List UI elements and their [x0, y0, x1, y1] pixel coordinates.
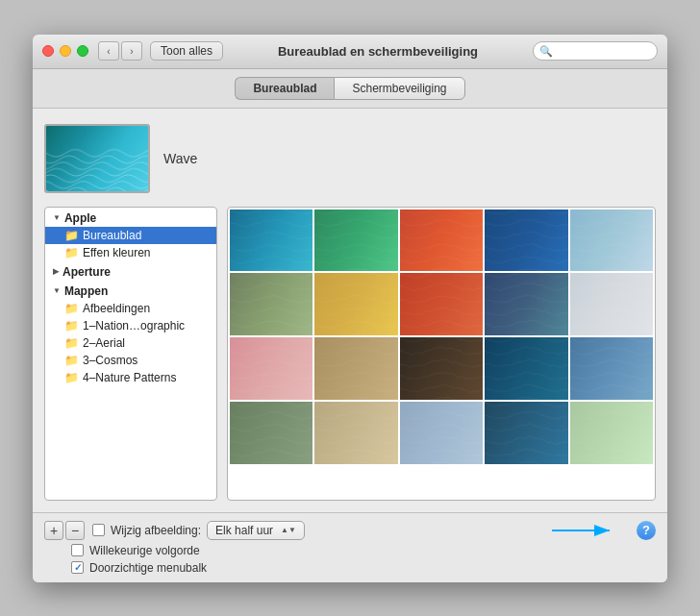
doorzichtig-row: Doorzichtige menubalk — [71, 561, 656, 575]
sidebar-item-apple[interactable]: ▼ Apple — [45, 208, 216, 227]
sidebar-item-national-geographic[interactable]: 📁 1–Nation…ographic — [45, 317, 216, 334]
triangle-icon: ▼ — [53, 286, 61, 295]
wallpaper-grid-item[interactable] — [485, 337, 567, 400]
folder-icon: 📁 — [64, 229, 79, 242]
wallpaper-grid-item[interactable] — [230, 337, 312, 400]
wallpaper-grid-item[interactable] — [230, 209, 312, 272]
wallpaper-grid-item[interactable] — [485, 273, 567, 335]
maximize-button[interactable] — [77, 45, 88, 57]
bottom-bar: + − Wijzig afbeelding: Elk half uur ▲▼ — [33, 512, 667, 582]
sidebar-label-afbeeldingen: Afbeeldingen — [83, 302, 150, 315]
sidebar: ▼ Apple 📁 Bureaublad 📁 Effen kleuren ▶ A… — [44, 207, 217, 501]
willekeurig-row: Willekeurige volgorde — [71, 544, 656, 557]
wallpaper-grid-item[interactable] — [400, 402, 483, 464]
search-box[interactable]: 🔍 — [533, 41, 658, 61]
wallpaper-grid-item[interactable] — [570, 209, 653, 272]
remove-button[interactable]: − — [65, 521, 85, 540]
main-content: Wave ▼ Apple 📁 Bureaublad 📁 Effen kleure… — [33, 109, 667, 512]
wallpaper-grid-item[interactable] — [570, 337, 653, 400]
wallpaper-grid-item[interactable] — [400, 337, 483, 400]
wallpaper-grid-item[interactable] — [314, 273, 397, 335]
nav-buttons: ‹ › — [98, 41, 142, 61]
sidebar-label-aerial: 2–Aerial — [83, 336, 125, 350]
wallpaper-name: Wave — [163, 151, 197, 166]
folder-icon: 📁 — [64, 336, 79, 350]
wallpaper-grid-item[interactable] — [570, 402, 653, 464]
folder-icon: 📁 — [64, 302, 79, 315]
wallpaper-grid-item[interactable] — [485, 402, 567, 464]
show-all-button[interactable]: Toon alles — [150, 41, 223, 61]
wallpaper-grid-item[interactable] — [400, 273, 483, 335]
wallpaper-grid — [228, 208, 655, 466]
dropdown-value: Elk half uur — [215, 524, 273, 537]
traffic-lights — [42, 45, 88, 57]
wallpaper-grid-item[interactable] — [485, 209, 567, 272]
willekeurig-checkbox[interactable] — [71, 544, 84, 556]
bottom-row-main: + − Wijzig afbeelding: Elk half uur ▲▼ — [44, 521, 656, 540]
wallpaper-grid-item[interactable] — [314, 337, 397, 400]
interval-dropdown[interactable]: Elk half uur ▲▼ — [207, 521, 305, 540]
preview-thumbnail — [44, 124, 150, 193]
content-panels: ▼ Apple 📁 Bureaublad 📁 Effen kleuren ▶ A… — [44, 207, 656, 501]
sidebar-item-bureaublad[interactable]: 📁 Bureaublad — [45, 227, 216, 244]
window-title: Bureaublad en schermbeveiliging — [223, 44, 533, 59]
sidebar-item-aperture[interactable]: ▶ Aperture — [45, 261, 216, 281]
close-button[interactable] — [42, 45, 54, 57]
dropdown-arrow-icon: ▲▼ — [281, 526, 296, 534]
nav-forward-button[interactable]: › — [121, 41, 142, 61]
wallpaper-grid-item[interactable] — [314, 402, 397, 464]
nav-back-button[interactable]: ‹ — [98, 41, 119, 61]
sidebar-item-mappen[interactable]: ▼ Mappen — [45, 281, 216, 300]
wijzig-label: Wijzig afbeelding: — [111, 524, 201, 537]
folder-icon: 📁 — [64, 246, 79, 259]
tab-schermbeveiliging[interactable]: Schermbeveiliging — [334, 77, 464, 100]
wallpaper-grid-container — [227, 207, 656, 501]
tab-bar: Bureaublad Schermbeveiliging — [33, 69, 667, 109]
wijzig-row: Wijzig afbeelding: Elk half uur ▲▼ — [92, 521, 305, 540]
willekeurig-label: Willekeurige volgorde — [89, 544, 200, 557]
search-icon: 🔍 — [539, 45, 553, 58]
wallpaper-grid-item[interactable] — [314, 209, 397, 272]
sidebar-item-nature-patterns[interactable]: 📁 4–Nature Patterns — [45, 369, 216, 386]
wallpaper-grid-item[interactable] — [230, 402, 312, 464]
sidebar-label-cosmos: 3–Cosmos — [83, 354, 138, 367]
triangle-icon: ▶ — [53, 267, 59, 276]
sidebar-item-afbeeldingen[interactable]: 📁 Afbeeldingen — [45, 300, 216, 317]
sidebar-item-effen-kleuren[interactable]: 📁 Effen kleuren — [45, 244, 216, 261]
minimize-button[interactable] — [60, 45, 71, 57]
sidebar-label-aperture: Aperture — [62, 265, 111, 279]
folder-icon: 📁 — [64, 354, 79, 367]
tab-bureaublad[interactable]: Bureaublad — [235, 77, 334, 100]
triangle-icon: ▼ — [53, 213, 61, 222]
preview-row: Wave — [44, 120, 656, 197]
add-button[interactable]: + — [44, 521, 63, 540]
sidebar-label-bureaublad: Bureaublad — [83, 229, 141, 242]
help-arrow — [552, 521, 629, 540]
wallpaper-grid-item[interactable] — [400, 209, 483, 272]
sidebar-item-aerial[interactable]: 📁 2–Aerial — [45, 334, 216, 352]
title-bar: ‹ › Toon alles Bureaublad en schermbevei… — [33, 35, 667, 69]
doorzichtig-label: Doorzichtige menubalk — [89, 561, 207, 575]
sidebar-label-apple: Apple — [64, 211, 96, 225]
wallpaper-grid-item[interactable] — [230, 273, 312, 335]
window: ‹ › Toon alles Bureaublad en schermbevei… — [33, 35, 667, 582]
plus-minus-buttons: + − — [44, 521, 85, 540]
folder-icon: 📁 — [64, 371, 79, 384]
doorzichtig-checkbox[interactable] — [71, 561, 84, 574]
wallpaper-grid-item[interactable] — [570, 273, 653, 335]
sidebar-label-national: 1–Nation…ographic — [83, 319, 185, 333]
sidebar-item-cosmos[interactable]: 📁 3–Cosmos — [45, 352, 216, 369]
sidebar-label-nature: 4–Nature Patterns — [83, 371, 176, 384]
sidebar-label-mappen: Mappen — [64, 284, 108, 298]
help-button[interactable]: ? — [637, 521, 656, 540]
wijzig-checkbox[interactable] — [92, 524, 105, 536]
folder-icon: 📁 — [64, 319, 79, 333]
sidebar-label-effen: Effen kleuren — [83, 246, 151, 259]
